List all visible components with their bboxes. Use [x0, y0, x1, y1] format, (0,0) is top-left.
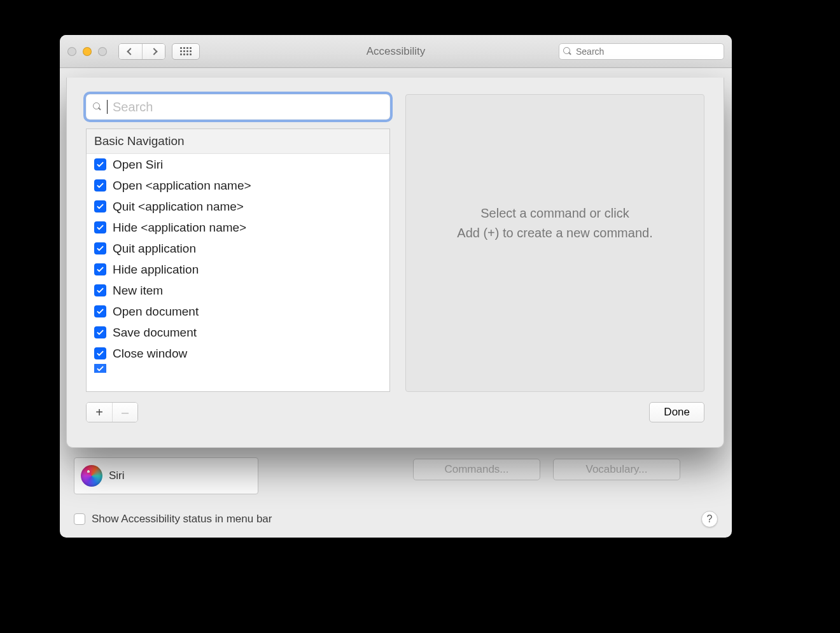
checkbox-checked-icon[interactable] — [94, 326, 106, 338]
command-row[interactable]: Hide <application name> — [87, 217, 389, 238]
titlebar: Accessibility — [60, 35, 732, 68]
help-icon: ? — [707, 513, 713, 525]
siri-icon — [81, 465, 102, 487]
show-all-button[interactable] — [172, 43, 200, 60]
section-header: Basic Navigation — [87, 129, 389, 154]
commands-panel: Basic Navigation Open SiriOpen <applicat… — [86, 129, 390, 392]
command-row[interactable]: Open Siri — [87, 154, 389, 175]
checkbox-checked-icon[interactable] — [94, 364, 106, 373]
command-row[interactable]: Open document — [87, 301, 389, 322]
command-label: Quit <application name> — [113, 200, 244, 214]
placeholder-text: Select a command or click Add (+) to cre… — [457, 204, 652, 243]
commands-button[interactable]: Commands... — [413, 459, 540, 480]
command-row[interactable]: Open <application name> — [87, 175, 389, 196]
command-label: Close window — [113, 347, 187, 361]
placeholder-line1: Select a command or click — [457, 204, 652, 223]
commands-list[interactable]: Open SiriOpen <application name>Quit <ap… — [87, 154, 389, 373]
command-row[interactable]: Quit application — [87, 238, 389, 259]
checkbox-label: Show Accessibility status in menu bar — [92, 513, 272, 525]
checkbox-checked-icon[interactable] — [94, 263, 106, 275]
done-button[interactable]: Done — [649, 402, 704, 422]
remove-button[interactable]: – — [112, 403, 137, 422]
checkbox-checked-icon[interactable] — [94, 200, 106, 212]
show-status-menubar-checkbox[interactable]: Show Accessibility status in menu bar — [74, 513, 272, 525]
command-row[interactable]: Save document — [87, 322, 389, 343]
zoom-window-icon[interactable] — [98, 47, 107, 56]
search-icon — [93, 102, 102, 111]
command-label: Hide application — [113, 263, 199, 277]
help-button[interactable]: ? — [701, 511, 718, 527]
add-remove-group: + – — [86, 402, 138, 422]
grid-icon — [180, 47, 192, 55]
toolbar-search-input[interactable] — [576, 46, 720, 57]
commands-sheet: Basic Navigation Open SiriOpen <applicat… — [66, 78, 724, 448]
checkbox-checked-icon[interactable] — [94, 242, 106, 254]
checkbox-checked-icon[interactable] — [94, 221, 106, 233]
command-label: Open Siri — [113, 158, 163, 172]
chevron-left-icon — [127, 48, 134, 55]
add-button[interactable]: + — [87, 403, 112, 422]
command-label: New item — [113, 284, 163, 298]
checkbox-checked-icon[interactable] — [94, 305, 106, 317]
minimize-window-icon[interactable] — [83, 47, 92, 56]
chevron-right-icon — [150, 48, 157, 55]
text-cursor — [107, 100, 108, 114]
checkbox-checked-icon[interactable] — [94, 284, 106, 296]
sheet-search-field[interactable] — [86, 94, 390, 120]
checkbox-checked-icon[interactable] — [94, 179, 106, 191]
command-row[interactable]: Hide application — [87, 259, 389, 280]
forward-button[interactable] — [142, 44, 165, 59]
detail-pane: Select a command or click Add (+) to cre… — [405, 94, 704, 392]
command-label: Save document — [113, 326, 197, 340]
command-row[interactable]: Quit <application name> — [87, 196, 389, 217]
command-label: Open <application name> — [113, 179, 251, 193]
vocabulary-button[interactable]: Vocabulary... — [553, 459, 680, 480]
close-window-icon[interactable] — [67, 47, 76, 56]
toolbar-search[interactable] — [559, 43, 724, 60]
checkbox-checked-icon[interactable] — [94, 158, 106, 170]
search-icon — [563, 47, 572, 56]
placeholder-line2: Add (+) to create a new command. — [457, 223, 652, 243]
command-label: Quit application — [113, 242, 196, 256]
checkbox-checked-icon[interactable] — [94, 347, 106, 359]
traffic-lights — [67, 47, 107, 56]
command-row[interactable]: Close window — [87, 343, 389, 364]
sidebar-item-siri[interactable]: Siri — [74, 457, 258, 494]
sheet-search-input[interactable] — [113, 100, 383, 115]
back-button[interactable] — [119, 44, 142, 59]
command-label: Hide <application name> — [113, 221, 246, 235]
command-row[interactable]: x — [87, 364, 389, 373]
sidebar-item-label: Siri — [109, 470, 125, 482]
checkbox-unchecked-icon — [74, 513, 85, 525]
nav-back-forward — [118, 43, 165, 60]
command-row[interactable]: New item — [87, 280, 389, 301]
command-label: Open document — [113, 305, 199, 319]
